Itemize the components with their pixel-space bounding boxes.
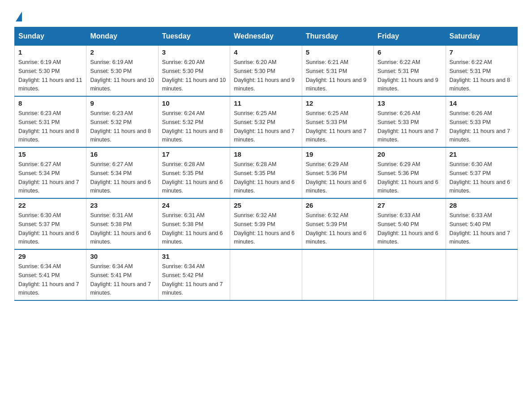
page-header bbox=[14, 11, 518, 20]
day-number: 21 bbox=[450, 150, 514, 158]
day-info: Sunrise: 6:23 AMSunset: 5:31 PMDaylight:… bbox=[18, 110, 79, 143]
calendar-cell: 9 Sunrise: 6:23 AMSunset: 5:32 PMDayligh… bbox=[86, 96, 158, 147]
day-number: 8 bbox=[18, 99, 82, 107]
day-number: 2 bbox=[90, 48, 154, 56]
calendar-cell: 13 Sunrise: 6:26 AMSunset: 5:33 PMDaylig… bbox=[374, 96, 446, 147]
day-info: Sunrise: 6:33 AMSunset: 5:40 PMDaylight:… bbox=[450, 212, 511, 245]
day-number: 16 bbox=[90, 150, 154, 158]
weekday-header-friday: Friday bbox=[374, 27, 446, 45]
day-number: 6 bbox=[378, 48, 442, 56]
calendar-table: SundayMondayTuesdayWednesdayThursdayFrid… bbox=[14, 27, 518, 301]
day-info: Sunrise: 6:19 AMSunset: 5:30 PMDaylight:… bbox=[18, 59, 82, 92]
day-info: Sunrise: 6:28 AMSunset: 5:35 PMDaylight:… bbox=[162, 161, 223, 194]
calendar-cell: 19 Sunrise: 6:29 AMSunset: 5:36 PMDaylig… bbox=[302, 147, 373, 198]
day-info: Sunrise: 6:31 AMSunset: 5:38 PMDaylight:… bbox=[162, 212, 223, 245]
calendar-cell: 20 Sunrise: 6:29 AMSunset: 5:36 PMDaylig… bbox=[374, 147, 446, 198]
day-number: 17 bbox=[162, 150, 226, 158]
day-number: 24 bbox=[162, 201, 226, 209]
calendar-cell bbox=[446, 249, 517, 300]
day-info: Sunrise: 6:20 AMSunset: 5:30 PMDaylight:… bbox=[162, 59, 226, 92]
calendar-cell: 11 Sunrise: 6:25 AMSunset: 5:32 PMDaylig… bbox=[230, 96, 302, 147]
day-number: 23 bbox=[90, 201, 154, 209]
calendar-cell: 15 Sunrise: 6:27 AMSunset: 5:34 PMDaylig… bbox=[15, 147, 86, 198]
calendar-week-row: 22 Sunrise: 6:30 AMSunset: 5:37 PMDaylig… bbox=[15, 198, 518, 249]
day-number: 1 bbox=[18, 48, 82, 56]
day-number: 5 bbox=[306, 48, 370, 56]
day-info: Sunrise: 6:29 AMSunset: 5:36 PMDaylight:… bbox=[378, 161, 438, 194]
day-info: Sunrise: 6:23 AMSunset: 5:32 PMDaylight:… bbox=[90, 110, 151, 143]
day-number: 18 bbox=[234, 150, 298, 158]
day-info: Sunrise: 6:22 AMSunset: 5:31 PMDaylight:… bbox=[378, 59, 438, 92]
weekday-header-row: SundayMondayTuesdayWednesdayThursdayFrid… bbox=[15, 27, 518, 45]
day-number: 15 bbox=[18, 150, 82, 158]
day-number: 3 bbox=[162, 48, 226, 56]
day-info: Sunrise: 6:31 AMSunset: 5:38 PMDaylight:… bbox=[90, 212, 151, 245]
logo-triangle-icon bbox=[16, 12, 22, 21]
calendar-cell bbox=[302, 249, 373, 300]
calendar-cell: 4 Sunrise: 6:20 AMSunset: 5:30 PMDayligh… bbox=[230, 45, 302, 96]
day-info: Sunrise: 6:25 AMSunset: 5:32 PMDaylight:… bbox=[234, 110, 295, 143]
day-number: 26 bbox=[306, 201, 370, 209]
day-info: Sunrise: 6:26 AMSunset: 5:33 PMDaylight:… bbox=[450, 110, 511, 143]
logo bbox=[14, 11, 22, 20]
calendar-cell: 5 Sunrise: 6:21 AMSunset: 5:31 PMDayligh… bbox=[302, 45, 373, 96]
day-number: 13 bbox=[378, 99, 442, 107]
day-number: 27 bbox=[378, 201, 442, 209]
day-info: Sunrise: 6:22 AMSunset: 5:31 PMDaylight:… bbox=[450, 59, 511, 92]
calendar-week-row: 29 Sunrise: 6:34 AMSunset: 5:41 PMDaylig… bbox=[15, 249, 518, 300]
weekday-header-wednesday: Wednesday bbox=[230, 27, 302, 45]
calendar-cell: 6 Sunrise: 6:22 AMSunset: 5:31 PMDayligh… bbox=[374, 45, 446, 96]
calendar-cell: 30 Sunrise: 6:34 AMSunset: 5:41 PMDaylig… bbox=[86, 249, 158, 300]
day-info: Sunrise: 6:30 AMSunset: 5:37 PMDaylight:… bbox=[18, 212, 79, 245]
calendar-cell: 21 Sunrise: 6:30 AMSunset: 5:37 PMDaylig… bbox=[446, 147, 517, 198]
calendar-cell: 17 Sunrise: 6:28 AMSunset: 5:35 PMDaylig… bbox=[158, 147, 230, 198]
day-info: Sunrise: 6:33 AMSunset: 5:40 PMDaylight:… bbox=[378, 212, 438, 245]
weekday-header-saturday: Saturday bbox=[446, 27, 517, 45]
day-number: 20 bbox=[378, 150, 442, 158]
day-info: Sunrise: 6:32 AMSunset: 5:39 PMDaylight:… bbox=[234, 212, 295, 245]
calendar-week-row: 1 Sunrise: 6:19 AMSunset: 5:30 PMDayligh… bbox=[15, 45, 518, 96]
day-info: Sunrise: 6:27 AMSunset: 5:34 PMDaylight:… bbox=[90, 161, 151, 194]
calendar-cell: 27 Sunrise: 6:33 AMSunset: 5:40 PMDaylig… bbox=[374, 198, 446, 249]
day-info: Sunrise: 6:26 AMSunset: 5:33 PMDaylight:… bbox=[378, 110, 438, 143]
day-number: 11 bbox=[234, 99, 298, 107]
day-number: 10 bbox=[162, 99, 226, 107]
day-info: Sunrise: 6:32 AMSunset: 5:39 PMDaylight:… bbox=[306, 212, 367, 245]
day-info: Sunrise: 6:24 AMSunset: 5:32 PMDaylight:… bbox=[162, 110, 223, 143]
day-number: 31 bbox=[162, 253, 226, 260]
day-number: 19 bbox=[306, 150, 370, 158]
calendar-cell: 12 Sunrise: 6:25 AMSunset: 5:33 PMDaylig… bbox=[302, 96, 373, 147]
weekday-header-monday: Monday bbox=[86, 27, 158, 45]
day-info: Sunrise: 6:34 AMSunset: 5:41 PMDaylight:… bbox=[90, 263, 151, 296]
day-info: Sunrise: 6:21 AMSunset: 5:31 PMDaylight:… bbox=[306, 59, 367, 92]
calendar-cell: 18 Sunrise: 6:28 AMSunset: 5:35 PMDaylig… bbox=[230, 147, 302, 198]
day-info: Sunrise: 6:27 AMSunset: 5:34 PMDaylight:… bbox=[18, 161, 79, 194]
weekday-header-thursday: Thursday bbox=[302, 27, 373, 45]
calendar-cell: 1 Sunrise: 6:19 AMSunset: 5:30 PMDayligh… bbox=[15, 45, 86, 96]
calendar-cell: 16 Sunrise: 6:27 AMSunset: 5:34 PMDaylig… bbox=[86, 147, 158, 198]
calendar-cell: 3 Sunrise: 6:20 AMSunset: 5:30 PMDayligh… bbox=[158, 45, 230, 96]
calendar-cell bbox=[230, 249, 302, 300]
calendar-cell: 8 Sunrise: 6:23 AMSunset: 5:31 PMDayligh… bbox=[15, 96, 86, 147]
calendar-cell: 29 Sunrise: 6:34 AMSunset: 5:41 PMDaylig… bbox=[15, 249, 86, 300]
day-number: 30 bbox=[90, 253, 154, 260]
calendar-cell: 26 Sunrise: 6:32 AMSunset: 5:39 PMDaylig… bbox=[302, 198, 373, 249]
calendar-cell: 10 Sunrise: 6:24 AMSunset: 5:32 PMDaylig… bbox=[158, 96, 230, 147]
calendar-cell: 24 Sunrise: 6:31 AMSunset: 5:38 PMDaylig… bbox=[158, 198, 230, 249]
day-number: 7 bbox=[450, 48, 514, 56]
day-number: 29 bbox=[18, 253, 82, 260]
day-info: Sunrise: 6:28 AMSunset: 5:35 PMDaylight:… bbox=[234, 161, 295, 194]
calendar-cell: 23 Sunrise: 6:31 AMSunset: 5:38 PMDaylig… bbox=[86, 198, 158, 249]
calendar-cell bbox=[374, 249, 446, 300]
calendar-week-row: 15 Sunrise: 6:27 AMSunset: 5:34 PMDaylig… bbox=[15, 147, 518, 198]
day-info: Sunrise: 6:34 AMSunset: 5:41 PMDaylight:… bbox=[18, 263, 79, 296]
day-info: Sunrise: 6:20 AMSunset: 5:30 PMDaylight:… bbox=[234, 59, 295, 92]
weekday-header-tuesday: Tuesday bbox=[158, 27, 230, 45]
day-number: 4 bbox=[234, 48, 298, 56]
calendar-cell: 22 Sunrise: 6:30 AMSunset: 5:37 PMDaylig… bbox=[15, 198, 86, 249]
day-number: 12 bbox=[306, 99, 370, 107]
day-number: 28 bbox=[450, 201, 514, 209]
day-info: Sunrise: 6:19 AMSunset: 5:30 PMDaylight:… bbox=[90, 59, 154, 92]
calendar-cell: 7 Sunrise: 6:22 AMSunset: 5:31 PMDayligh… bbox=[446, 45, 517, 96]
day-info: Sunrise: 6:34 AMSunset: 5:42 PMDaylight:… bbox=[162, 263, 223, 296]
